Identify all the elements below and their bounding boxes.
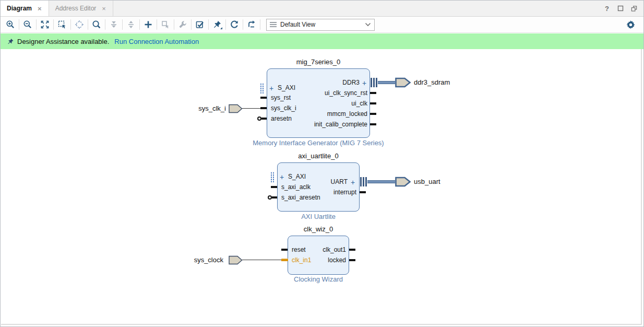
chevron-down-icon — [365, 22, 371, 27]
view-selector-value: Default View — [280, 21, 315, 28]
run-connection-automation-link[interactable]: Run Connection Automation — [114, 38, 199, 45]
maximize-icon[interactable] — [617, 5, 624, 11]
help-icon[interactable]: ? — [604, 5, 610, 11]
zoom-out-icon[interactable] — [21, 18, 34, 31]
search-icon[interactable] — [90, 18, 103, 31]
zoom-in-icon[interactable] — [4, 18, 17, 31]
refresh-icon[interactable] — [228, 18, 241, 31]
settings-gear-icon[interactable] — [624, 18, 637, 31]
layers-icon — [270, 22, 277, 28]
add-ip-icon[interactable] — [141, 18, 155, 31]
close-icon[interactable]: × — [37, 5, 42, 12]
validate-design-icon[interactable] — [193, 18, 207, 31]
window-controls: ? — [604, 1, 643, 16]
diagram-canvas[interactable] — [1, 49, 642, 325]
diagram-toolbar: Default View — [1, 17, 643, 33]
close-icon[interactable]: × — [101, 5, 106, 12]
tab-diagram[interactable]: Diagram × — [1, 1, 49, 16]
tab-diagram-label: Diagram — [7, 5, 32, 12]
tab-bar: Diagram × Address Editor × ? — [1, 1, 643, 17]
tab-address-editor-label: Address Editor — [55, 5, 97, 12]
customize-wrench-icon[interactable] — [176, 18, 189, 31]
copy-icon[interactable] — [159, 18, 172, 31]
designer-assistance-banner: Designer Assistance available. Run Conne… — [1, 33, 643, 49]
zoom-fit-icon[interactable] — [38, 18, 52, 31]
view-selector-dropdown[interactable]: Default View — [266, 19, 375, 31]
tab-address-editor[interactable]: Address Editor × — [49, 1, 113, 16]
banner-message: Designer Assistance available. — [17, 38, 109, 45]
collapse-icon[interactable] — [107, 18, 121, 31]
pin-layout-icon[interactable] — [210, 18, 224, 31]
expand-icon[interactable] — [124, 18, 138, 31]
assistance-pin-icon — [7, 38, 14, 45]
float-icon[interactable] — [631, 5, 637, 11]
zoom-to-selection-icon[interactable] — [55, 18, 69, 31]
regenerate-layout-icon[interactable] — [245, 18, 258, 31]
diagram-window: Diagram × Address Editor × ? — [0, 0, 644, 327]
select-area-icon[interactable] — [73, 18, 86, 31]
